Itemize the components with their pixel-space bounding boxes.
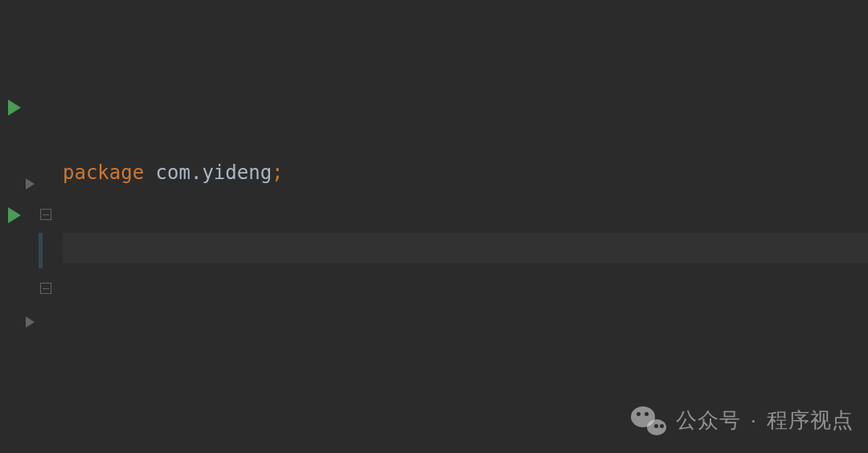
fold-method-start-icon[interactable] bbox=[40, 209, 51, 220]
watermark-label: 公众号 bbox=[676, 404, 741, 438]
fold-method-end-icon[interactable] bbox=[40, 283, 51, 294]
fold-expander-icon[interactable] bbox=[26, 178, 35, 190]
keyword-package: package bbox=[63, 161, 144, 184]
run-method-icon[interactable] bbox=[8, 207, 21, 223]
code-line[interactable]: package com.yideng; bbox=[63, 157, 868, 188]
watermark-name: 程序视点 bbox=[767, 404, 854, 438]
gutter bbox=[0, 0, 63, 453]
watermark-sep: · bbox=[751, 404, 757, 438]
wechat-icon bbox=[631, 403, 666, 439]
change-marker bbox=[39, 233, 43, 268]
semicolon: ; bbox=[272, 161, 283, 184]
code-line-blank[interactable] bbox=[63, 312, 868, 342]
fold-expander-end-icon[interactable] bbox=[26, 316, 35, 328]
code-area[interactable]: package com.yideng; public class Demo { … bbox=[63, 0, 868, 453]
wechat-watermark: 公众号 · 程序视点 bbox=[631, 403, 854, 439]
package-name: com.yideng bbox=[156, 161, 272, 184]
code-editor: package com.yideng; public class Demo { … bbox=[0, 0, 868, 453]
run-class-icon[interactable] bbox=[8, 100, 21, 116]
active-line-highlight bbox=[63, 233, 868, 263]
